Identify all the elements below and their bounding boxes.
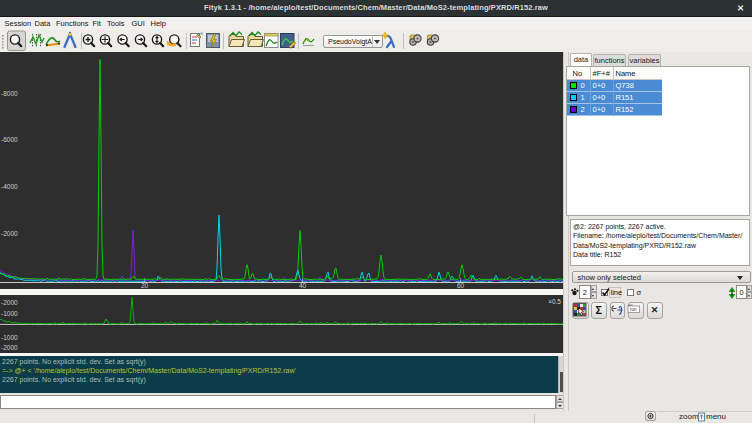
svg-text:20: 20 xyxy=(141,282,149,289)
svg-text:-2000: -2000 xyxy=(1,299,18,306)
svg-text:×0.5: ×0.5 xyxy=(548,298,561,305)
svg-text:-4000: -4000 xyxy=(1,183,18,190)
svg-text:run: run xyxy=(630,307,637,312)
svg-text:60: 60 xyxy=(457,282,465,289)
svg-text:40: 40 xyxy=(299,282,307,289)
svg-text:-1000: -1000 xyxy=(1,334,18,341)
svg-text:-8000: -8000 xyxy=(1,90,18,97)
svg-text:-1000: -1000 xyxy=(1,310,18,317)
svg-text:-2000: -2000 xyxy=(1,344,18,351)
svg-text:-6000: -6000 xyxy=(1,136,18,143)
svg-text:-2000: -2000 xyxy=(1,230,18,237)
